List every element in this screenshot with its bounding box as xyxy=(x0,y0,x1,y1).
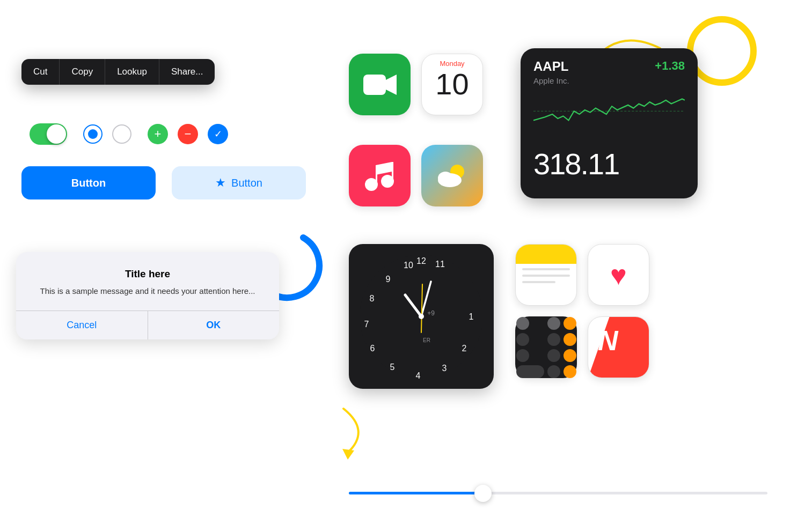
app-icons-top-row: Monday 10 xyxy=(349,54,483,115)
calc-btn xyxy=(547,317,560,330)
yellow-arrow-bottom xyxy=(301,398,376,462)
stock-change: +1.38 xyxy=(655,59,685,73)
action-buttons: + − ✓ xyxy=(148,124,228,144)
stock-price: 318.11 xyxy=(533,146,685,181)
remove-button[interactable]: − xyxy=(178,124,198,144)
stock-header: AAPL +1.38 xyxy=(533,59,685,74)
app-icons-mid-row xyxy=(349,145,483,206)
svg-rect-2 xyxy=(363,75,386,95)
toggle-thumb xyxy=(47,124,66,144)
svg-text:11: 11 xyxy=(435,260,445,269)
calc-btn xyxy=(547,333,560,346)
notes-header xyxy=(516,245,576,264)
stock-ticker: AAPL xyxy=(533,59,568,74)
svg-text:ER: ER xyxy=(423,337,430,343)
svg-text:3: 3 xyxy=(442,364,447,373)
copy-menu-item[interactable]: Copy xyxy=(60,59,105,85)
calc-btn xyxy=(547,349,560,362)
radio-group xyxy=(83,124,131,144)
stock-company: Apple Inc. xyxy=(533,76,685,85)
radio-inner xyxy=(88,129,98,139)
clock-face: 12 1 2 3 4 5 6 7 8 9 10 11 +9 ER xyxy=(357,252,486,381)
notes-line xyxy=(522,281,555,283)
calendar-app-icon[interactable]: Monday 10 xyxy=(421,54,483,115)
svg-point-31 xyxy=(419,314,424,319)
weather-app-icon[interactable] xyxy=(421,145,483,206)
news-red-bg xyxy=(588,317,649,378)
slider-thumb[interactable] xyxy=(474,485,492,502)
svg-rect-8 xyxy=(376,165,377,184)
calendar-day-label: Monday xyxy=(429,60,475,68)
svg-text:2: 2 xyxy=(462,344,467,353)
calc-btn xyxy=(564,365,576,378)
svg-text:1: 1 xyxy=(469,312,474,321)
notes-line xyxy=(522,268,570,270)
svg-point-12 xyxy=(438,172,453,184)
alert-content: Title here This is a sample message and … xyxy=(16,252,279,311)
alert-message: This is a sample message and it needs yo… xyxy=(38,285,258,298)
svg-marker-3 xyxy=(386,75,397,95)
share-menu-item[interactable]: Share... xyxy=(159,59,215,85)
news-n-letter: N xyxy=(598,327,618,354)
add-button[interactable]: + xyxy=(148,124,168,144)
controls-row: + − ✓ xyxy=(30,123,228,145)
secondary-button[interactable]: ★ Button xyxy=(172,166,306,200)
svg-text:6: 6 xyxy=(370,344,375,353)
clock-widget[interactable]: 12 1 2 3 4 5 6 7 8 9 10 11 +9 ER xyxy=(349,244,494,389)
calc-btn xyxy=(564,317,576,330)
alert-title: Title here xyxy=(38,268,258,280)
app-icons-small-grid: ♥ N xyxy=(515,244,649,378)
calc-btn xyxy=(564,333,576,346)
calculator-app-icon[interactable] xyxy=(515,316,577,378)
radio-selected[interactable] xyxy=(83,124,103,144)
health-app-icon[interactable]: ♥ xyxy=(588,244,649,306)
svg-text:10: 10 xyxy=(404,261,413,270)
calc-btn xyxy=(564,349,576,362)
svg-text:4: 4 xyxy=(416,371,421,380)
news-app-icon[interactable]: N xyxy=(588,316,649,378)
svg-text:9: 9 xyxy=(386,275,391,284)
cut-menu-item[interactable]: Cut xyxy=(21,59,60,85)
calc-btn xyxy=(547,365,560,378)
calc-btn xyxy=(516,333,529,346)
context-menu: Cut Copy Lookup Share... xyxy=(21,59,215,85)
svg-rect-9 xyxy=(392,162,393,181)
ok-button[interactable]: OK xyxy=(148,311,280,339)
radio-empty[interactable] xyxy=(112,124,131,144)
slider-container xyxy=(349,492,767,494)
svg-marker-1 xyxy=(342,449,354,460)
stock-chart xyxy=(533,93,685,136)
notes-lines xyxy=(516,264,576,292)
secondary-button-label: Button xyxy=(231,177,262,189)
calc-btn xyxy=(516,349,529,362)
primary-button[interactable]: Button xyxy=(21,166,156,200)
svg-text:12: 12 xyxy=(416,256,426,265)
slider-track[interactable] xyxy=(349,492,767,494)
lookup-menu-item[interactable]: Lookup xyxy=(105,59,159,85)
slider-fill xyxy=(349,492,483,494)
svg-text:8: 8 xyxy=(370,294,375,303)
svg-text:5: 5 xyxy=(390,363,395,372)
calc-btn xyxy=(516,317,529,330)
calendar-date-label: 10 xyxy=(429,68,475,101)
facetime-app-icon[interactable] xyxy=(349,54,411,115)
alert-buttons: Cancel OK xyxy=(16,311,279,339)
music-app-icon[interactable] xyxy=(349,145,411,206)
cancel-button[interactable]: Cancel xyxy=(16,311,148,339)
stock-widget[interactable]: AAPL +1.38 Apple Inc. 318.11 xyxy=(521,48,698,198)
svg-text:+9: +9 xyxy=(427,309,435,317)
confirm-button[interactable]: ✓ xyxy=(208,124,228,144)
star-icon: ★ xyxy=(215,176,226,190)
notes-app-icon[interactable] xyxy=(515,244,577,306)
notes-line xyxy=(522,275,570,277)
heart-icon: ♥ xyxy=(610,259,627,291)
alert-dialog: Title here This is a sample message and … xyxy=(16,252,279,339)
toggle-switch[interactable] xyxy=(30,123,67,145)
primary-button-label: Button xyxy=(71,177,106,189)
svg-text:7: 7 xyxy=(364,320,369,329)
calc-btn xyxy=(516,365,544,378)
